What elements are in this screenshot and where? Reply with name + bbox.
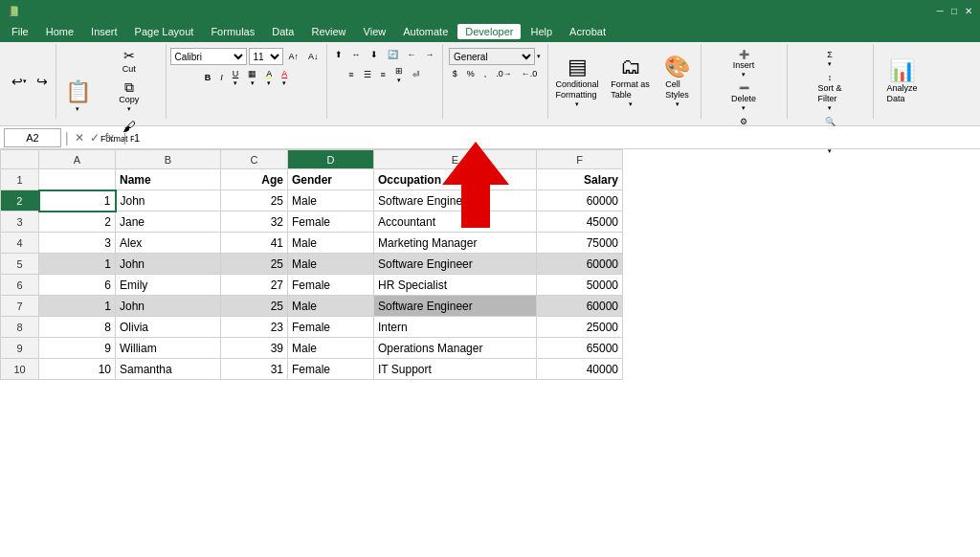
- copy-button[interactable]: ⧉ Copy ▾: [97, 78, 162, 116]
- percent-button[interactable]: %: [463, 67, 479, 81]
- col-header-c[interactable]: C: [221, 150, 288, 169]
- currency-button[interactable]: $: [449, 67, 461, 81]
- redo-button[interactable]: ↪: [33, 72, 52, 92]
- menu-insert[interactable]: Insert: [83, 24, 125, 39]
- font-family-select[interactable]: Calibri: [170, 48, 247, 65]
- cell-r9-c3[interactable]: Male: [288, 338, 374, 359]
- cell-r2-c3[interactable]: Male: [288, 190, 374, 212]
- menu-acrobat[interactable]: Acrobat: [562, 24, 613, 39]
- cell-r7-c2[interactable]: 25: [221, 296, 288, 317]
- cell-r1-c2[interactable]: Age: [221, 169, 288, 190]
- cell-r4-c0[interactable]: 3: [39, 233, 116, 254]
- cell-r3-c5[interactable]: 45000: [537, 212, 623, 233]
- font-size-select[interactable]: 11: [249, 48, 283, 65]
- cell-r6-c0[interactable]: 6: [39, 275, 116, 296]
- cell-r1-c0[interactable]: [39, 169, 116, 190]
- cell-r10-c5[interactable]: 40000: [537, 359, 623, 380]
- cell-r4-c4[interactable]: Marketing Manager: [374, 233, 537, 254]
- row-header-4[interactable]: 4: [1, 233, 39, 254]
- cell-r5-c2[interactable]: 25: [221, 254, 288, 275]
- cell-r2-c1[interactable]: John: [116, 190, 221, 212]
- cell-r3-c3[interactable]: Female: [288, 212, 374, 233]
- cell-r10-c4[interactable]: IT Support: [374, 359, 537, 380]
- cell-r10-c2[interactable]: 31: [221, 359, 288, 380]
- indent-increase-button[interactable]: →: [422, 48, 438, 62]
- cell-r6-c4[interactable]: HR Specialist: [374, 275, 537, 296]
- col-header-a[interactable]: A: [39, 150, 116, 169]
- menu-data[interactable]: Data: [264, 24, 301, 39]
- cell-r2-c4[interactable]: Software Engineer: [374, 190, 537, 212]
- increase-decimal-button[interactable]: .0→: [492, 67, 516, 81]
- menu-automate[interactable]: Automate: [395, 24, 456, 39]
- cell-r9-c5[interactable]: 65000: [537, 338, 623, 359]
- row-header-9[interactable]: 9: [1, 338, 39, 359]
- undo-dropdown[interactable]: ▾: [23, 78, 27, 85]
- autosum-button[interactable]: Σ ▾: [823, 48, 836, 70]
- align-middle-button[interactable]: ↔: [348, 48, 365, 62]
- col-header-e[interactable]: E: [374, 150, 537, 169]
- cell-r5-c4[interactable]: Software Engineer: [374, 254, 537, 275]
- row-header-3[interactable]: 3: [1, 212, 39, 233]
- window-controls[interactable]: ─ □ ✕: [937, 6, 972, 16]
- cell-r10-c0[interactable]: 10: [39, 359, 116, 380]
- cell-r5-c1[interactable]: John: [116, 254, 221, 275]
- confirm-formula-icon[interactable]: ✓: [88, 131, 101, 145]
- cell-r2-c5[interactable]: 60000: [537, 190, 623, 212]
- name-box[interactable]: [4, 128, 61, 147]
- cell-r7-c1[interactable]: John: [116, 296, 221, 317]
- cell-r2-c2[interactable]: 25: [221, 190, 288, 212]
- underline-button[interactable]: U ▾: [229, 67, 243, 89]
- row-header-10[interactable]: 10: [1, 359, 39, 380]
- comma-button[interactable]: ,: [480, 67, 491, 81]
- menu-help[interactable]: Help: [523, 24, 560, 39]
- menu-view[interactable]: View: [356, 24, 394, 39]
- cell-r9-c4[interactable]: Operations Manager: [374, 338, 537, 359]
- spreadsheet[interactable]: A B C D E F 1NameAgeGenderOccupationSala…: [0, 149, 980, 380]
- cell-r8-c3[interactable]: Female: [288, 317, 374, 338]
- cell-r7-c5[interactable]: 60000: [537, 296, 623, 317]
- cell-r3-c0[interactable]: 2: [39, 212, 116, 233]
- menu-home[interactable]: Home: [38, 24, 81, 39]
- cell-r9-c0[interactable]: 9: [39, 338, 116, 359]
- row-header-1[interactable]: 1: [1, 169, 39, 190]
- cell-r5-c3[interactable]: Male: [288, 254, 374, 275]
- cell-r6-c3[interactable]: Female: [288, 275, 374, 296]
- cell-r10-c3[interactable]: Female: [288, 359, 374, 380]
- number-format-dropdown[interactable]: ▾: [537, 53, 541, 60]
- italic-button[interactable]: I: [216, 71, 227, 85]
- row-header-5[interactable]: 5: [1, 254, 39, 275]
- decrease-font-button[interactable]: A↓: [304, 50, 323, 64]
- insert-button[interactable]: ➕ Insert ▾: [729, 48, 759, 80]
- cell-r1-c4[interactable]: Occupation: [374, 169, 537, 190]
- col-header-d[interactable]: D: [288, 150, 374, 169]
- delete-button[interactable]: ➖ Delete ▾: [727, 81, 760, 114]
- menu-file[interactable]: File: [4, 24, 36, 39]
- row-header-6[interactable]: 6: [1, 275, 39, 296]
- cell-r7-c3[interactable]: Male: [288, 296, 374, 317]
- cell-r5-c5[interactable]: 60000: [537, 254, 623, 275]
- paste-button[interactable]: 📋 ▾: [60, 69, 95, 124]
- cell-r8-c2[interactable]: 23: [221, 317, 288, 338]
- font-color-button[interactable]: A ▾: [278, 67, 291, 89]
- maximize-btn[interactable]: □: [951, 6, 957, 16]
- menu-formulas[interactable]: Formulas: [203, 24, 262, 39]
- cancel-formula-icon[interactable]: ✕: [73, 131, 86, 145]
- cell-styles-button[interactable]: 🎨 CellStyles ▾: [658, 54, 697, 109]
- text-direction-button[interactable]: 🔄: [384, 48, 402, 62]
- col-header-b[interactable]: B: [116, 150, 221, 169]
- border-button[interactable]: ▦ ▾: [244, 67, 260, 89]
- increase-font-button[interactable]: A↑: [285, 50, 303, 64]
- cell-r4-c3[interactable]: Male: [288, 233, 374, 254]
- wrap-text-button[interactable]: ⏎: [409, 64, 424, 86]
- minimize-btn[interactable]: ─: [937, 6, 944, 16]
- cell-r9-c1[interactable]: William: [116, 338, 221, 359]
- close-btn[interactable]: ✕: [965, 6, 972, 16]
- undo-button[interactable]: ↩▾: [8, 72, 31, 92]
- analyze-data-button[interactable]: 📊 AnalyzeData: [883, 54, 922, 109]
- fill-color-button[interactable]: A ▾: [262, 67, 276, 89]
- bold-button[interactable]: B: [201, 71, 215, 85]
- number-format-select[interactable]: General: [449, 48, 535, 65]
- menu-review[interactable]: Review: [303, 24, 353, 39]
- conditional-formatting-button[interactable]: ▤ ConditionalFormatting ▾: [552, 54, 603, 109]
- formula-input[interactable]: [134, 128, 976, 147]
